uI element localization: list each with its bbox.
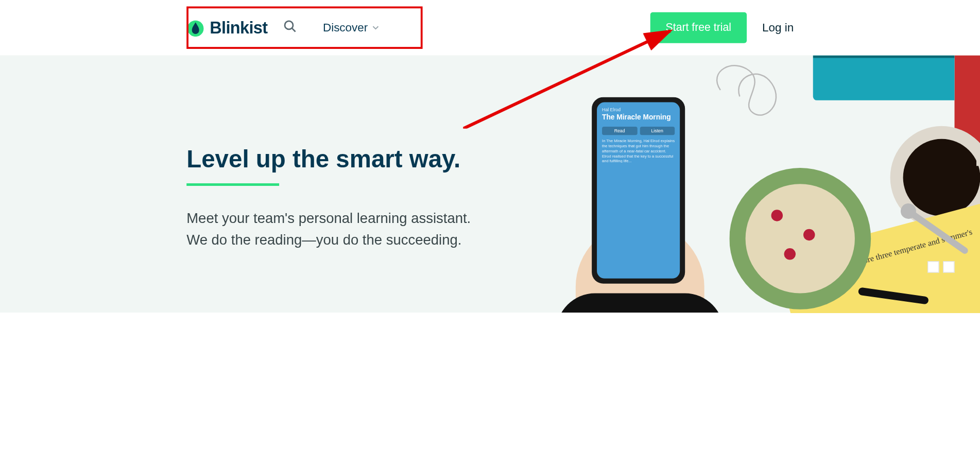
site-header: Blinkist Discover Start free trial Log i… [0, 0, 980, 55]
svg-point-1 [285, 21, 293, 29]
blinkist-logo-icon [186, 19, 204, 37]
intro-body: Blinkist transforms the world's best non… [529, 351, 812, 355]
intro-headline: Imagine having an in-house research team… [201, 351, 490, 355]
sugar-cubes-decor [927, 261, 954, 272]
intro-headline-part1: Imagine having an in-house research team… [201, 354, 461, 355]
teal-book-decor [813, 55, 955, 100]
search-icon[interactable] [283, 19, 297, 36]
discover-dropdown[interactable]: Discover [323, 21, 381, 35]
hero-image: compare these to a more three temperate … [502, 55, 980, 313]
intro-section: Imagine having an in-house research team… [0, 313, 980, 355]
phone-listen-button: Listen [640, 127, 675, 135]
hero-underline [186, 183, 279, 186]
hero-section: Level up the smart way. Meet your team's… [0, 55, 980, 313]
login-link[interactable]: Log in [762, 21, 794, 35]
chevron-down-icon [370, 23, 381, 33]
brand-name: Blinkist [210, 18, 267, 38]
svg-line-2 [292, 28, 296, 32]
hero-text: Level up the smart way. Meet your team's… [0, 55, 502, 313]
wire-decor [708, 58, 791, 122]
phone-read-button: Read [602, 127, 637, 135]
sleeve-decor [556, 294, 724, 313]
hero-title: Level up the smart way. [186, 145, 502, 173]
header-right-group: Start free trial Log in [650, 12, 794, 43]
phone-book-title: The Miracle Morning [602, 113, 675, 122]
hero-subtitle: Meet your team's personal learning assis… [186, 208, 489, 250]
brand-logo[interactable]: Blinkist [186, 18, 267, 38]
phone-blurb: In The Miracle Morning, Hal Elrod explai… [602, 139, 675, 164]
phone-author: Hal Elrod [602, 108, 675, 112]
discover-label: Discover [323, 21, 368, 35]
start-free-trial-button[interactable]: Start free trial [650, 12, 747, 43]
header-left-group: Blinkist Discover [186, 18, 381, 38]
oatmeal-bowl-decor [729, 168, 871, 309]
phone-mockup: Hal Elrod The Miracle Morning Read Liste… [592, 97, 685, 284]
